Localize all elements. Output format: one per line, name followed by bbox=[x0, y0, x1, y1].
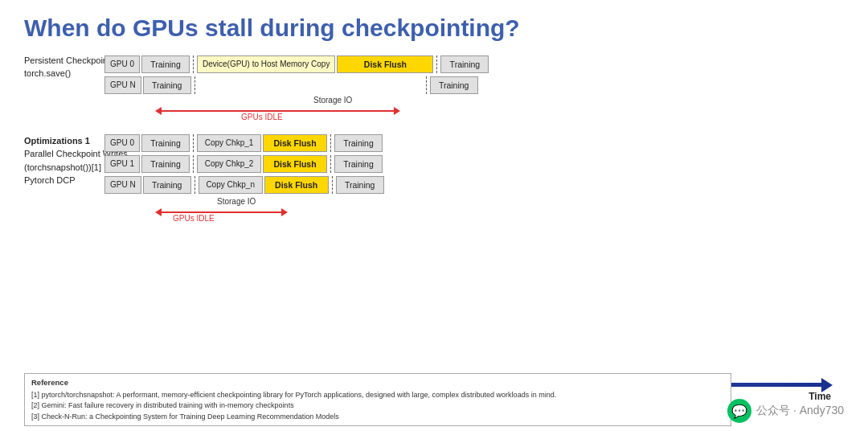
dashed-line-6 bbox=[330, 134, 331, 152]
section1-gpun-training2: Training bbox=[430, 76, 478, 94]
watermark: 💬 公众号 · Andy730 bbox=[727, 399, 844, 423]
diagram-area: Persistent Checkpointing torch.save() GP… bbox=[24, 54, 844, 311]
section2-gpu1-disk-flush: Disk Flush bbox=[263, 155, 327, 173]
section2-gpu0-training1: Training bbox=[141, 134, 190, 152]
section2-gpun-disk-flush: Disk Flush bbox=[264, 176, 329, 194]
arrow-line-2 bbox=[162, 211, 281, 213]
section1-gpus-idle-label: GPUs IDLE bbox=[241, 113, 283, 121]
section2-gpu1-training2: Training bbox=[334, 155, 383, 173]
section1-gpun-row: GPU N Training Training bbox=[104, 76, 478, 94]
section1-storage-io: Storage IO bbox=[313, 96, 352, 105]
arrow-left-2 bbox=[155, 208, 162, 216]
section2-gpu1-copy: Copy Chkp_2 bbox=[197, 155, 261, 173]
ref-3: [3] Check-N-Run: a Checkpointing System … bbox=[31, 412, 724, 423]
section2-gpun-label: GPU N bbox=[104, 176, 141, 194]
section2-gpun-training1: Training bbox=[143, 176, 191, 194]
section2-gpu0-row: GPU 0 Training Copy Chkp_1 Disk Flush Tr… bbox=[104, 134, 383, 152]
section2-gpun-row: GPU N Training Copy Chkp_n Disk Flush Tr… bbox=[104, 176, 384, 194]
section1-gpu0-training2: Training bbox=[440, 55, 489, 73]
dashed-line-4 bbox=[426, 76, 427, 94]
arrow-right-2 bbox=[281, 208, 288, 216]
section2-storage-io: Storage IO bbox=[217, 197, 256, 206]
section2-gpun-training2: Training bbox=[336, 176, 384, 194]
ref-1: [1] pytorch/torchsnapshot: A performant,… bbox=[31, 390, 724, 401]
section2-gpu1-row: GPU 1 Training Copy Chkp_2 Disk Flush Tr… bbox=[104, 155, 383, 173]
dashed-line-3 bbox=[194, 76, 195, 94]
dashed-line-8 bbox=[330, 155, 331, 173]
page-title: When do GPUs stall during checkpointing? bbox=[24, 14, 844, 43]
arrow-right-1 bbox=[394, 107, 400, 115]
section2-gpu0-copy: Copy Chkp_1 bbox=[197, 134, 261, 152]
section2-gpu1-label: GPU 1 bbox=[104, 155, 140, 173]
reference-box: Reference [1] pytorch/torchsnapshot: A p… bbox=[24, 373, 731, 426]
section1-gpu0-training1: Training bbox=[141, 55, 190, 73]
dashed-line-2 bbox=[436, 55, 437, 73]
dashed-line-1 bbox=[193, 55, 194, 73]
dashed-line-5 bbox=[193, 134, 194, 152]
wechat-icon: 💬 bbox=[727, 399, 751, 423]
arrow-line-1 bbox=[162, 110, 394, 112]
section2-gpu0-training2: Training bbox=[334, 134, 383, 152]
section2-gpu1-training1: Training bbox=[141, 155, 190, 173]
reference-title: Reference bbox=[31, 377, 724, 388]
section2-gpus-idle-label: GPUs IDLE bbox=[173, 214, 215, 223]
dashed-line-7 bbox=[193, 155, 194, 173]
watermark-text: 公众号 · Andy730 bbox=[756, 404, 844, 418]
dashed-line-9 bbox=[194, 176, 195, 194]
section1-device-copy: Device(GPU) to Host Memory Copy bbox=[197, 55, 335, 73]
dashed-line-10 bbox=[332, 176, 333, 194]
section1-gpun-training1: Training bbox=[143, 76, 191, 94]
section2-gpun-copy: Copy Chkp_n bbox=[199, 176, 263, 194]
ref-2: [2] Gemini: Fast failure recovery in dis… bbox=[31, 400, 724, 412]
section1-gpun-idle-space bbox=[199, 76, 423, 94]
section2-gpu0-disk-flush: Disk Flush bbox=[263, 134, 327, 152]
section1-gpu0-row: GPU 0 Training Device(GPU) to Host Memor… bbox=[104, 55, 489, 73]
main-container: When do GPUs stall during checkpointing?… bbox=[0, 0, 868, 431]
section1-gpu0-label: GPU 0 bbox=[104, 55, 140, 73]
arrow-left-1 bbox=[155, 107, 162, 115]
section2-gpu0-label: GPU 0 bbox=[104, 134, 140, 152]
section1-gpun-label: GPU N bbox=[104, 76, 141, 94]
section1-disk-flush: Disk Flush bbox=[337, 55, 433, 73]
